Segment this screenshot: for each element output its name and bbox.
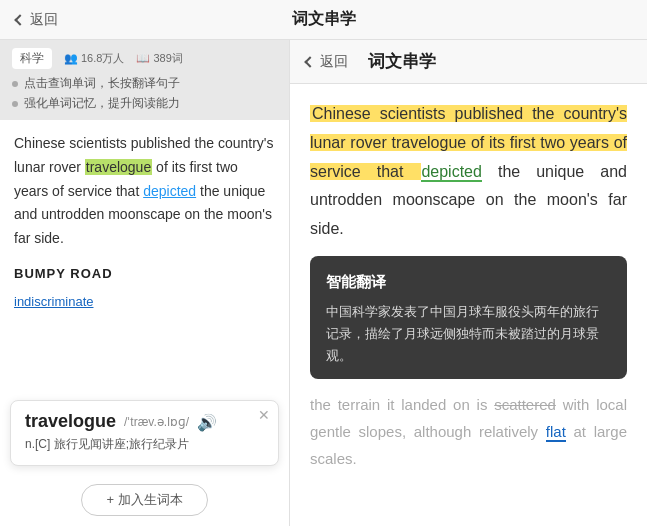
- word-phonetic: /ˈtræv.ə.lɒɡ/: [124, 415, 189, 429]
- readers-icon: 👥: [64, 52, 78, 65]
- translation-title: 智能翻译: [326, 268, 611, 295]
- readers-count: 16.8万人: [81, 51, 124, 66]
- word-meaning: 旅行见闻讲座;旅行纪录片: [54, 437, 189, 451]
- word-title: travelogue: [25, 411, 116, 432]
- top-nav-bar: 返回 词文串学: [0, 0, 647, 40]
- right-top-bar: 返回 词文串学: [290, 40, 647, 84]
- word-header: travelogue /ˈtræv.ə.lɒɡ/ 🔊: [25, 411, 264, 432]
- depicted-highlight[interactable]: depicted: [143, 183, 196, 199]
- left-paragraph-2: indiscriminate: [14, 291, 275, 313]
- right-paragraph-2: the terrain it landed on is scattered wi…: [310, 391, 627, 472]
- words-stat: 📖 389词: [136, 51, 182, 66]
- word-type: n.[C] 旅行见闻讲座;旅行纪录片: [25, 436, 264, 453]
- words-icon: 📖: [136, 52, 150, 65]
- word-type-label: n.[C]: [25, 437, 50, 451]
- bullet-2-icon: [12, 101, 18, 107]
- right-panel-title: 词文串学: [368, 50, 436, 73]
- close-popup-button[interactable]: ✕: [258, 407, 270, 423]
- right-back-label: 返回: [320, 53, 348, 71]
- add-to-wordbook-button[interactable]: + 加入生词本: [81, 484, 207, 516]
- translation-text: 中国科学家发表了中国月球车服役头两年的旅行记录，描绘了月球远侧独特而未被踏过的月…: [326, 301, 611, 367]
- right-reading-area: Chinese scientists published the country…: [290, 84, 647, 526]
- bullet-1-icon: [12, 81, 18, 87]
- right-panel: 返回 词文串学 Chinese scientists published the…: [290, 40, 647, 526]
- action-label-2: 强化单词记忆，提升阅读能力: [24, 95, 180, 112]
- text-blurred: indiscriminate: [14, 294, 93, 309]
- left-top-section: 科学 👥 16.8万人 📖 389词 点击查询单词，长按翻译句子 强化单词记忆: [0, 40, 289, 120]
- back-chevron-icon: [14, 14, 25, 25]
- action-label-1: 点击查询单词，长按翻译句子: [24, 75, 180, 92]
- right-paragraph-1: Chinese scientists published the country…: [310, 100, 627, 244]
- right-back-chevron-icon: [304, 56, 315, 67]
- readers-stat: 👥 16.8万人: [64, 51, 124, 66]
- action-item-1: 点击查询单词，长按翻译句子: [12, 75, 277, 92]
- add-to-wordbook-container: + 加入生词本: [0, 474, 289, 526]
- top-back-label: 返回: [30, 11, 58, 29]
- flat-highlight[interactable]: flat: [546, 423, 566, 442]
- left-reading-text: Chinese scientists published the country…: [0, 120, 289, 392]
- action-item-2: 强化单词记忆，提升阅读能力: [12, 95, 277, 112]
- word-definition-popup: ✕ travelogue /ˈtræv.ə.lɒɡ/ 🔊 n.[C] 旅行见闻讲…: [10, 400, 279, 466]
- right-depicted-highlight[interactable]: depicted: [421, 163, 482, 182]
- top-bar-title: 词文串学: [292, 9, 356, 30]
- left-actions: 点击查询单词，长按翻译句子 强化单词记忆，提升阅读能力: [12, 75, 277, 112]
- top-back-button[interactable]: 返回: [16, 11, 58, 29]
- left-paragraph: Chinese scientists published the country…: [14, 132, 275, 251]
- speaker-icon[interactable]: 🔊: [197, 413, 215, 431]
- translation-popup: 智能翻译 中国科学家发表了中国月球车服役头两年的旅行记录，描绘了月球远侧独特而未…: [310, 256, 627, 379]
- main-content: 科学 👥 16.8万人 📖 389词 点击查询单词，长按翻译句子 强化单词记忆: [0, 40, 647, 526]
- left-panel: 科学 👥 16.8万人 📖 389词 点击查询单词，长按翻译句子 强化单词记忆: [0, 40, 290, 526]
- category-tag: 科学: [12, 48, 52, 69]
- right-back-button[interactable]: 返回: [306, 53, 348, 71]
- right-text-scattered-part1: the terrain it landed on is: [310, 396, 494, 413]
- travelogue-highlight[interactable]: travelogue: [85, 159, 152, 175]
- scattered-word: scattered: [494, 396, 556, 413]
- left-stats-row: 科学 👥 16.8万人 📖 389词: [12, 48, 277, 69]
- section-title: BUMPY ROAD: [14, 263, 275, 285]
- words-count: 389词: [153, 51, 182, 66]
